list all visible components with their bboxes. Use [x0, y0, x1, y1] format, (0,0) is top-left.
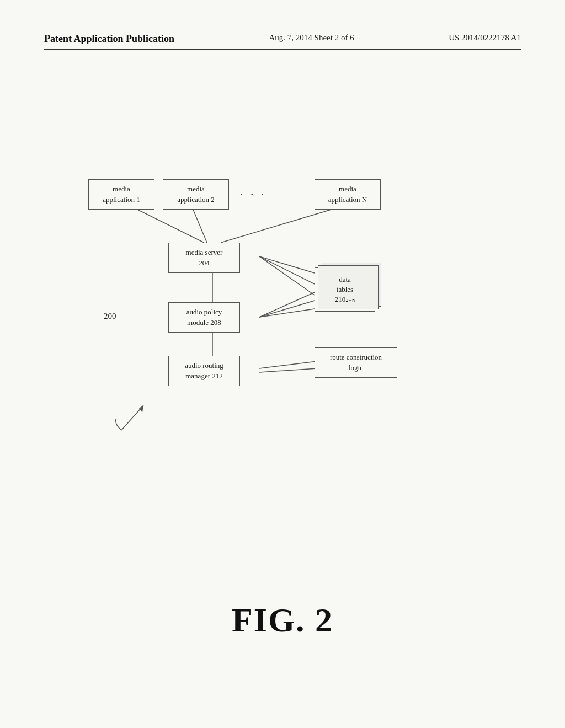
box-data-tables: data tables 210₁₋ₙ	[315, 267, 375, 312]
ellipsis-dots: · · ·	[240, 188, 266, 202]
box-media-app2: media application 2	[163, 179, 229, 210]
svg-line-5	[259, 256, 315, 295]
svg-line-8	[259, 301, 315, 317]
svg-line-11	[259, 361, 317, 368]
box-media-server: media server 204	[168, 243, 240, 273]
box-media-appN: media application N	[315, 179, 381, 210]
box-audio-policy: audio policy module 208	[168, 302, 240, 333]
patent-number: US 2014/0222178 A1	[449, 33, 521, 42]
box-media-app1: media application 1	[88, 179, 154, 210]
sheet-info: Aug. 7, 2014 Sheet 2 of 6	[269, 33, 354, 42]
svg-marker-14	[139, 405, 143, 413]
box-audio-routing: audio routing manager 212	[168, 356, 240, 386]
header: Patent Application Publication Aug. 7, 2…	[44, 33, 521, 50]
figure-label: FIG. 2	[0, 601, 565, 640]
diagram-area: media application 1 media application 2 …	[44, 154, 521, 496]
svg-line-12	[259, 368, 317, 372]
page: Patent Application Publication Aug. 7, 2…	[0, 0, 565, 728]
box-route-logic: route construction logic	[315, 347, 397, 378]
ref-number-200: 200	[104, 312, 116, 321]
patent-publication-label: Patent Application Publication	[44, 33, 174, 45]
